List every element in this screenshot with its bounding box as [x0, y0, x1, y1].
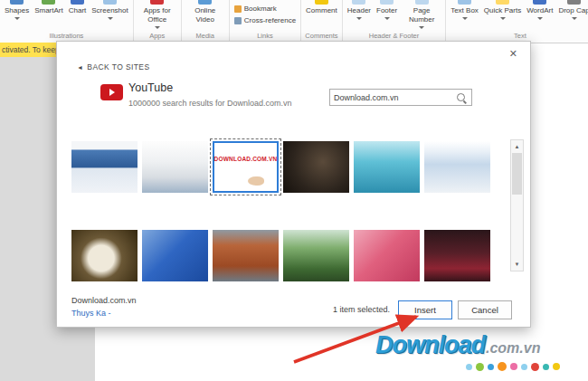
- ribbon-button-label: Chart: [69, 6, 87, 15]
- provider-title: YouTube: [128, 81, 173, 94]
- selection-status: 1 item selected.: [283, 305, 390, 314]
- ribbon-button-label: Online Video: [186, 6, 224, 24]
- back-to-sites-link[interactable]: ◄ BACK TO SITES: [77, 62, 149, 71]
- video-thumb-pink-scene[interactable]: [354, 230, 420, 281]
- video-thumb-chicken[interactable]: [71, 230, 138, 281]
- wordart-icon: [533, 0, 546, 5]
- watermark-dot: [498, 362, 507, 371]
- ribbon-button-text-box[interactable]: Text Box: [448, 0, 481, 20]
- ribbon-button-smartart[interactable]: SmartArt: [32, 0, 66, 15]
- comment-icon: [315, 0, 328, 5]
- ribbon-button-footer[interactable]: Footer: [374, 0, 400, 20]
- text-box-icon: [458, 0, 471, 5]
- ribbon-button-label: Shapes: [5, 6, 29, 15]
- chevron-down-icon: [537, 17, 543, 20]
- selected-video-title: Download.com.vn: [71, 296, 137, 305]
- ribbon-button-label: Quick Parts: [484, 6, 521, 15]
- video-thumb-dark-person[interactable]: [283, 141, 349, 193]
- shapes-icon: [10, 0, 24, 5]
- header-icon: [352, 0, 365, 5]
- ribbon-group-items: Apps for Office: [136, 0, 179, 29]
- chevron-down-icon: [356, 17, 362, 20]
- cross-reference-icon: [234, 17, 242, 24]
- chevron-down-icon: [572, 17, 577, 20]
- video-search-box: [329, 89, 472, 106]
- video-thumb-downloadcomvn-selected[interactable]: DOWNLOAD.COM.VN: [213, 141, 279, 193]
- ribbon-group-items: BookmarkCross-reference: [232, 0, 299, 26]
- watermark-dot: [543, 364, 549, 370]
- ribbon-button-wordart[interactable]: WordArt: [524, 0, 555, 20]
- watermark-dot: [521, 364, 527, 370]
- ribbon-groups: ShapesSmartArtChartScreenshotIllustratio…: [0, 0, 588, 43]
- ribbon-button-drop-cap[interactable]: Drop Cap: [555, 0, 588, 20]
- ribbon-button-label: Comment: [306, 6, 337, 15]
- ribbon-button-screenshot[interactable]: Screenshot: [89, 0, 130, 20]
- ribbon-button-chart[interactable]: Chart: [66, 0, 90, 15]
- play-icon: [109, 89, 115, 96]
- ribbon-group-links: BookmarkCross-referenceLinks: [230, 0, 301, 43]
- ribbon-group-items: ShapesSmartArtChartScreenshot: [2, 0, 131, 20]
- quick-parts-icon: [496, 0, 509, 5]
- results-scrollbar[interactable]: ▲ ▼: [510, 139, 524, 271]
- ribbon-button-label: Header: [347, 6, 371, 15]
- video-thumb-windows-setup[interactable]: [142, 230, 208, 281]
- chevron-down-icon: [108, 17, 113, 20]
- video-thumb-red-figures[interactable]: [424, 230, 490, 281]
- ribbon-group-text: Text BoxQuick PartsWordArtDrop CapText: [446, 0, 588, 43]
- scroll-up-icon[interactable]: ▲: [511, 140, 523, 153]
- ribbon-button-apps-for-office[interactable]: Apps for Office: [136, 0, 179, 29]
- scrollbar-thumb[interactable]: [512, 153, 522, 195]
- ribbon-button-bookmark[interactable]: Bookmark: [232, 3, 280, 14]
- watermark-dot: [488, 364, 494, 370]
- ribbon-button-comment[interactable]: Comment: [303, 0, 340, 15]
- ribbon-button-label: Apps for Office: [138, 6, 176, 24]
- insert-button[interactable]: Insert: [398, 300, 452, 319]
- watermark-logo: Download.com.vn: [375, 331, 586, 371]
- results-count-text: 1000000 search results for Download.com.…: [128, 99, 292, 108]
- ribbon-button-quick-parts[interactable]: Quick Parts: [481, 0, 524, 20]
- ribbon-group-items: Comment: [303, 0, 340, 15]
- chevron-down-icon: [14, 17, 20, 20]
- scroll-down-icon[interactable]: ▼: [511, 258, 523, 271]
- ribbon-group-illustrations: ShapesSmartArtChartScreenshotIllustratio…: [0, 0, 134, 43]
- watermark-dots: [466, 362, 586, 371]
- back-to-sites-label: BACK TO SITES: [87, 62, 149, 71]
- video-thumb-teal-figure[interactable]: [354, 141, 420, 193]
- search-input[interactable]: [330, 93, 455, 102]
- chevron-down-icon: [462, 17, 468, 20]
- watermark-dot: [510, 363, 517, 370]
- video-thumb-truck[interactable]: [213, 230, 279, 281]
- ribbon-group-comments: CommentComments: [301, 0, 343, 43]
- insert-video-dialog: ✕ ◄ BACK TO SITES YouTube 1000000 search…: [56, 41, 531, 328]
- activation-warning-text: ctivated. To keep: [0, 45, 60, 54]
- selected-video-author-link[interactable]: Thuys Ka -: [71, 309, 111, 318]
- video-thumb-mountains[interactable]: [283, 230, 349, 281]
- video-thumb-website-light[interactable]: [424, 141, 490, 193]
- selected-thumb-caption: DOWNLOAD.COM.VN: [214, 156, 278, 162]
- ribbon-button-online-video[interactable]: Online Video: [184, 0, 227, 24]
- ribbon-button-label: Footer: [376, 6, 397, 15]
- youtube-logo-icon: [100, 84, 123, 100]
- chart-icon: [71, 0, 84, 5]
- ribbon-button-label: Screenshot: [91, 6, 128, 15]
- footer-icon: [380, 0, 394, 5]
- drop-cap-icon: [567, 0, 581, 5]
- search-icon[interactable]: [457, 93, 465, 101]
- chevron-down-icon: [419, 26, 424, 29]
- scrollbar-track[interactable]: [511, 153, 523, 258]
- ribbon-button-page-number[interactable]: Page Number: [400, 0, 443, 29]
- ribbon-button-label: Page Number: [403, 6, 441, 24]
- ribbon-button-shapes[interactable]: Shapes: [2, 0, 32, 20]
- ribbon-button-header[interactable]: Header: [345, 0, 374, 20]
- watermark-dot: [531, 363, 539, 371]
- ribbon-button-cross-reference[interactable]: Cross-reference: [232, 14, 299, 26]
- ribbon-button-label: WordArt: [526, 6, 553, 15]
- chevron-down-icon: [155, 26, 160, 29]
- ribbon-group-items: Online Video: [184, 0, 227, 24]
- video-thumb-website-blue[interactable]: [71, 141, 138, 193]
- thumb-row-1: DOWNLOAD.COM.VN: [71, 141, 490, 193]
- back-arrow-icon: ◄: [77, 64, 83, 71]
- video-thumb-website-icons[interactable]: [142, 141, 208, 193]
- close-icon[interactable]: ✕: [506, 46, 521, 62]
- cancel-button[interactable]: Cancel: [458, 300, 512, 319]
